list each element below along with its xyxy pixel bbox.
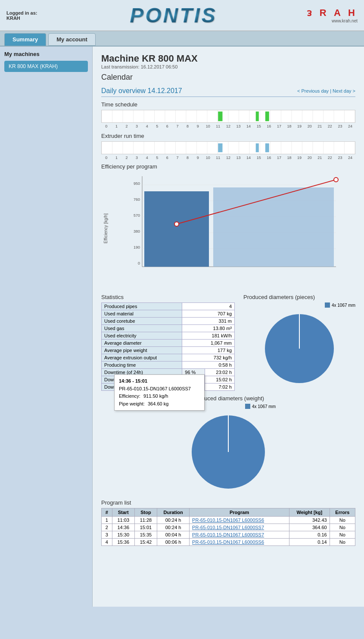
stat-label: Produced pipes bbox=[102, 303, 182, 310]
main-layout: My machines KR 800 MAX (KRAH) Machine KR… bbox=[0, 47, 364, 607]
stat-label: Average extrusion output bbox=[102, 354, 182, 362]
next-day-link[interactable]: Next day > bbox=[333, 88, 355, 94]
table-row: Average extrusion output 732 kg/h bbox=[102, 354, 235, 362]
daily-overview-title: Daily overview 14.12.2017 bbox=[101, 87, 182, 95]
table-row: Used gas 13.80 m³ bbox=[102, 325, 235, 332]
login-info: Logged in as: KRAH bbox=[6, 10, 58, 21]
row-stop: 15:42 bbox=[134, 539, 157, 546]
pie-title-1: Produced diameters (pieces) bbox=[243, 294, 315, 300]
tooltip-time: 14:36 - 15:01 bbox=[119, 377, 200, 385]
svg-text:760: 760 bbox=[134, 197, 140, 202]
stat-label: Producing time bbox=[102, 362, 182, 369]
svg-text:380: 380 bbox=[134, 229, 140, 234]
time-schedule-bar bbox=[101, 110, 355, 123]
prev-day-link[interactable]: < Previous day bbox=[297, 88, 329, 94]
stat-value: 0:58 h bbox=[182, 362, 235, 369]
col-header-weight: Weight [kg] bbox=[289, 508, 330, 517]
stat-label: Used coretube bbox=[102, 318, 182, 325]
row-weight: 0.14 bbox=[289, 539, 330, 546]
stat-value: 13.80 m³ bbox=[182, 325, 235, 332]
stat-label: Average pipe weight bbox=[102, 347, 182, 354]
pie-legend-1: 4x 1067 mm bbox=[325, 302, 355, 308]
pontis-logo: PONTIS bbox=[130, 3, 217, 27]
stat-value-time: 7:02 h bbox=[205, 383, 235, 391]
efficiency-label: Efficiency: bbox=[119, 393, 140, 399]
pie-chart-1: Produced diameters (pieces) 4x 1067 mm bbox=[243, 294, 355, 391]
program-list-title: Program list bbox=[101, 499, 355, 506]
efficiency-chart-svg: 0 190 380 570 760 950 bbox=[110, 172, 355, 284]
row-weight: 364.60 bbox=[289, 524, 330, 531]
col-header-num: # bbox=[102, 508, 112, 517]
sidebar-machine-item[interactable]: KR 800 MAX (KRAH) bbox=[4, 61, 88, 72]
sidebar-title: My machines bbox=[4, 51, 88, 57]
table-row: Produced pipes 4 bbox=[102, 303, 235, 310]
logged-in-label: Logged in as: bbox=[6, 10, 58, 16]
tooltip-program: PR-65-010.15-DN1067 L6000SS7 bbox=[119, 385, 200, 393]
machine-title: Machine KR 800 MAX bbox=[101, 53, 355, 64]
time-hour-labels: 0 1 2 3 4 5 6 7 8 9 10 11 12 13 14 15 16… bbox=[101, 124, 355, 128]
table-row: Used electricity 181 kW/h bbox=[102, 332, 235, 340]
row-errors: No bbox=[330, 524, 355, 531]
row-num: 4 bbox=[102, 539, 112, 546]
svg-rect-72 bbox=[213, 187, 334, 267]
svg-text:570: 570 bbox=[134, 213, 140, 218]
nav-bar: Summary My account bbox=[0, 31, 364, 47]
tooltip-efficiency: Efficiency: 911.50 kg/h bbox=[119, 393, 200, 400]
table-row: Producing time 0:58 h bbox=[102, 362, 235, 369]
svg-rect-71 bbox=[144, 191, 209, 267]
extruder-hour-labels: 0 1 2 3 4 5 6 7 8 9 10 11 12 13 14 15 16… bbox=[101, 156, 355, 160]
stat-value: 4 bbox=[182, 303, 235, 310]
row-duration: 00:24 h bbox=[157, 517, 190, 524]
svg-rect-55 bbox=[256, 143, 259, 153]
col-header-duration: Duration bbox=[157, 508, 190, 517]
row-num: 2 bbox=[102, 524, 112, 531]
pipe-weight-label: Pipe weight: bbox=[119, 401, 145, 406]
program-list-section: Program list # Start Stop Duration Progr… bbox=[101, 499, 355, 546]
stat-value: 331 m bbox=[182, 318, 235, 325]
row-program[interactable]: PR-65-010.15-DN1067 L6000SS7 bbox=[190, 531, 289, 539]
col-header-start: Start bbox=[112, 508, 134, 517]
svg-rect-57 bbox=[267, 143, 269, 153]
extruder-bar bbox=[101, 141, 355, 154]
stat-label: Used gas bbox=[102, 325, 182, 332]
svg-text:0: 0 bbox=[138, 261, 140, 265]
krah-info: ᴈ R A H www.krah.net bbox=[289, 7, 358, 23]
row-program[interactable]: PR-65-010.15-DN1067 L6000SS7 bbox=[190, 524, 289, 531]
efficiency-value: 911.50 kg/h bbox=[143, 393, 168, 399]
table-row: 1 11:03 11:28 00:24 h PR-65-010.15-DN106… bbox=[102, 517, 355, 524]
program-table: # Start Stop Duration Program Weight [kg… bbox=[101, 508, 355, 546]
svg-text:190: 190 bbox=[134, 245, 140, 249]
svg-rect-54 bbox=[218, 143, 222, 153]
row-program[interactable]: PR-65-010.15-DN1067 L6000SS6 bbox=[190, 539, 289, 546]
row-errors: No bbox=[330, 539, 355, 546]
stat-value: 181 kW/h bbox=[182, 332, 235, 340]
content-area: Machine KR 800 MAX Last transmission: 16… bbox=[93, 47, 364, 607]
table-row: 2 14:36 15:01 00:24 h PR-65-010.15-DN106… bbox=[102, 524, 355, 531]
svg-point-74 bbox=[174, 222, 179, 226]
svg-rect-28 bbox=[267, 112, 269, 121]
row-start: 14:36 bbox=[112, 524, 134, 531]
krah-url: www.krah.net bbox=[332, 19, 358, 23]
row-program[interactable]: PR-65-010.15-DN1067 L6000SS6 bbox=[190, 517, 289, 524]
stat-value: 732 kg/h bbox=[182, 354, 235, 362]
chart-title: Efficiency per program bbox=[101, 163, 355, 170]
pie-svg-2 bbox=[187, 411, 269, 493]
username: KRAH bbox=[6, 16, 58, 21]
sidebar: My machines KR 800 MAX (KRAH) bbox=[0, 47, 93, 607]
row-start: 15:30 bbox=[112, 531, 134, 539]
tab-my-account[interactable]: My account bbox=[48, 33, 96, 46]
row-weight: 342.43 bbox=[289, 517, 330, 524]
calendar-title: Calendar bbox=[101, 73, 355, 82]
row-errors: No bbox=[330, 517, 355, 524]
table-row: Average diameter 1,067 mm bbox=[102, 340, 235, 347]
row-start: 11:03 bbox=[112, 517, 134, 524]
svg-rect-25 bbox=[218, 112, 222, 121]
logo-center: PONTIS bbox=[58, 3, 289, 27]
row-start: 15:36 bbox=[112, 539, 134, 546]
tab-summary[interactable]: Summary bbox=[4, 33, 46, 46]
table-row: Used material 707 kg bbox=[102, 310, 235, 318]
pipe-weight-value: 364.60 kg bbox=[148, 401, 168, 406]
svg-rect-26 bbox=[256, 112, 259, 121]
last-transmission-label: Last transmission: bbox=[101, 64, 140, 69]
y-axis-label: Efficiency [kg/h] bbox=[101, 172, 110, 285]
